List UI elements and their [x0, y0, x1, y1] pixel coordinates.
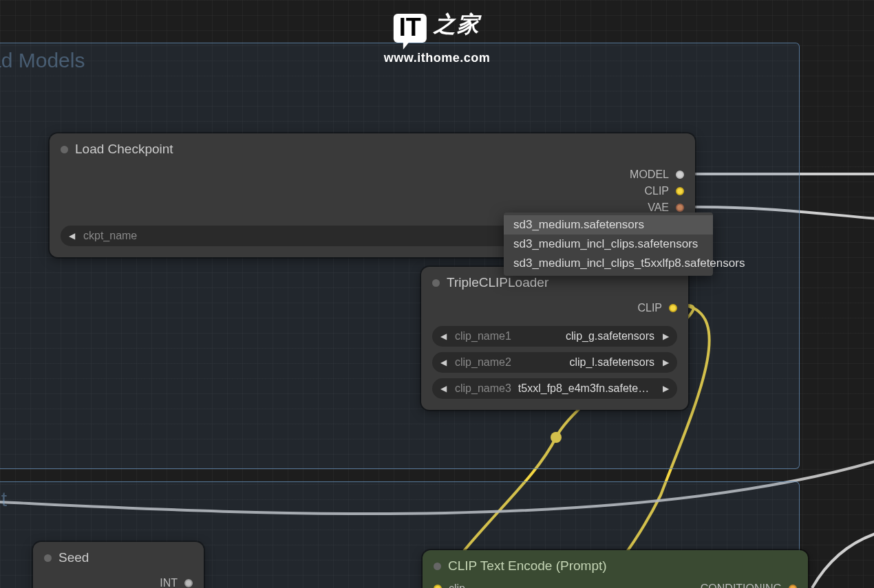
port-conditioning-icon[interactable]	[789, 585, 797, 588]
output-clip[interactable]: CLIP	[432, 300, 677, 316]
next-arrow-icon[interactable]: ▶	[661, 358, 670, 367]
port-clip-icon[interactable]	[434, 585, 442, 588]
prev-arrow-icon[interactable]: ◀	[439, 331, 448, 341]
port-clip-icon[interactable]	[676, 187, 684, 195]
widget-value: clip_g.safetensors	[518, 330, 654, 342]
clip-name1-widget[interactable]: ◀ clip_name1 clip_g.safetensors ▶	[432, 326, 677, 347]
next-arrow-icon[interactable]: ▶	[661, 384, 670, 393]
port-clip-icon[interactable]	[669, 304, 677, 312]
output-model[interactable]: MODEL	[61, 166, 684, 183]
output-label: CLIP	[637, 302, 662, 314]
output-conditioning[interactable]: CONDITIONING	[701, 580, 797, 588]
node-header[interactable]: Seed	[33, 542, 204, 572]
output-int[interactable]: INT	[44, 575, 193, 588]
widget-value: clip_l.safetensors	[518, 356, 654, 369]
dropdown-option[interactable]: sd3_medium.safetensors	[504, 215, 713, 235]
node-title: Seed	[58, 550, 89, 565]
group-title: ut	[0, 488, 7, 511]
node-triple-clip-loader[interactable]: TripleCLIPLoader CLIP ◀ clip_name1 clip_…	[421, 267, 688, 410]
output-label: MODEL	[630, 168, 669, 181]
input-clip[interactable]: clip	[434, 580, 465, 588]
prev-arrow-icon[interactable]: ◀	[439, 358, 448, 367]
clip-name2-widget[interactable]: ◀ clip_name2 clip_l.safetensors ▶	[432, 352, 677, 373]
clip-name3-widget[interactable]: ◀ clip_name3 t5xxl_fp8_e4m3fn.safetensor…	[432, 378, 677, 399]
port-vae-icon[interactable]	[676, 204, 684, 212]
collapse-dot-icon[interactable]	[432, 279, 440, 287]
node-title: Load Checkpoint	[75, 142, 173, 157]
node-header[interactable]: CLIP Text Encode (Prompt)	[423, 550, 808, 580]
node-seed[interactable]: Seed INT	[33, 542, 204, 588]
watermark-logo-box: IT	[394, 14, 427, 43]
port-model-icon[interactable]	[676, 171, 684, 179]
port-int-icon[interactable]	[184, 579, 193, 587]
dropdown-option[interactable]: sd3_medium_incl_clips.safetensors	[504, 235, 713, 254]
ckpt-name-dropdown[interactable]: sd3_medium.safetensors sd3_medium_incl_c…	[504, 213, 713, 276]
widget-label: ckpt_name	[83, 230, 137, 242]
next-arrow-icon[interactable]: ▶	[661, 331, 670, 341]
prev-arrow-icon[interactable]: ◀	[439, 384, 448, 393]
collapse-dot-icon[interactable]	[61, 146, 68, 153]
node-graph-canvas[interactable]: ad Models ut Load Checkpoint MODEL CLIP …	[0, 0, 874, 588]
node-header[interactable]: Load Checkpoint	[50, 133, 695, 164]
output-clip[interactable]: CLIP	[61, 183, 684, 199]
node-title: CLIP Text Encode (Prompt)	[448, 558, 607, 574]
prev-arrow-icon[interactable]: ◀	[67, 231, 76, 241]
output-label: INT	[160, 577, 178, 588]
widget-label: clip_name1	[455, 330, 511, 342]
dropdown-option[interactable]: sd3_medium_incl_clips_t5xxlfp8.safetenso…	[504, 254, 713, 273]
collapse-dot-icon[interactable]	[434, 563, 441, 570]
node-clip-text-encode[interactable]: CLIP Text Encode (Prompt) clip CONDITION…	[423, 550, 808, 588]
node-title: TripleCLIPLoader	[447, 275, 548, 290]
collapse-dot-icon[interactable]	[44, 554, 52, 562]
group-title: ad Models	[0, 49, 85, 72]
watermark-cn: 之家	[434, 10, 480, 40]
input-label: clip	[449, 582, 465, 588]
output-label: CONDITIONING	[701, 582, 782, 588]
widget-value: t5xxl_fp8_e4m3fn.safetensors	[518, 382, 654, 395]
widget-label: clip_name3	[455, 382, 511, 395]
widget-label: clip_name2	[455, 356, 511, 369]
output-label: CLIP	[644, 185, 669, 197]
